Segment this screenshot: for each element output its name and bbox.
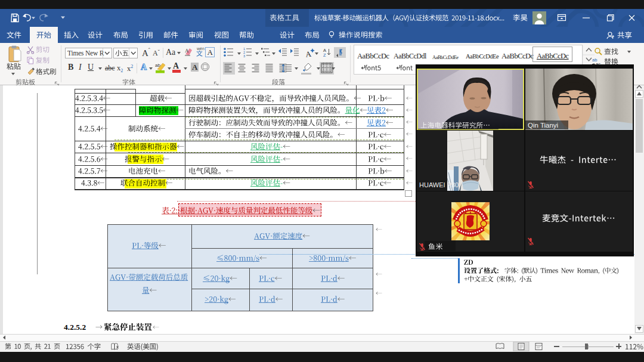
svg-text:A: A (185, 48, 189, 54)
svg-text:3: 3 (243, 54, 245, 58)
svg-text:Z: Z (323, 52, 326, 58)
